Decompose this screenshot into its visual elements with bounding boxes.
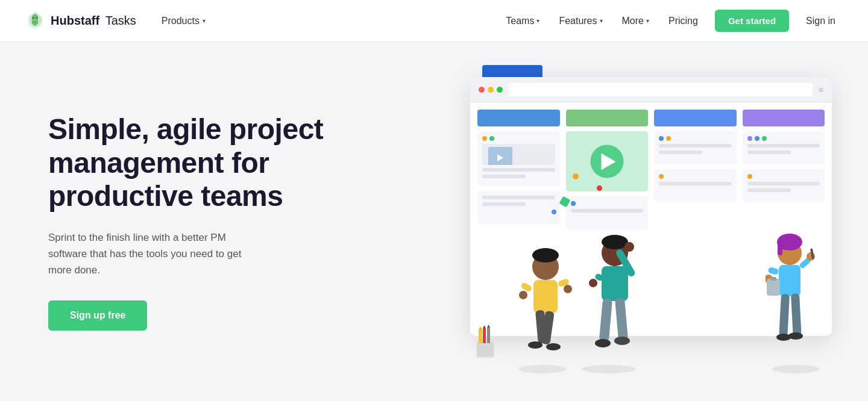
col-header-1 <box>477 110 560 126</box>
svg-point-29 <box>614 337 630 345</box>
svg-point-20 <box>602 235 628 249</box>
nav-teams[interactable]: Teams ▾ <box>497 11 548 31</box>
svg-rect-11 <box>520 282 533 293</box>
svg-rect-27 <box>615 298 628 341</box>
col-header-4 <box>743 110 825 126</box>
svg-rect-6 <box>487 328 490 343</box>
svg-rect-41 <box>779 294 790 337</box>
svg-rect-10 <box>533 280 558 313</box>
svg-rect-2 <box>479 330 482 343</box>
card-img <box>482 144 555 165</box>
hero-subtitle: Sprint to the finish line with a better … <box>48 229 265 279</box>
svg-point-18 <box>546 343 561 350</box>
svg-point-44 <box>788 332 803 340</box>
logo-area[interactable]: Hubstaff Tasks <box>24 10 136 32</box>
svg-rect-33 <box>779 265 800 296</box>
url-bar <box>509 83 813 96</box>
person-yellow-shirt <box>518 246 573 366</box>
svg-rect-26 <box>599 299 612 341</box>
shadow-person3 <box>772 365 820 373</box>
svg-rect-1 <box>477 342 493 356</box>
deco-blue-dot <box>552 210 556 214</box>
board-card-8 <box>743 169 825 202</box>
person-teal-shirt <box>585 234 645 366</box>
illustration-container: ≡ <box>434 65 832 378</box>
svg-rect-42 <box>791 293 802 336</box>
nav-products[interactable]: Products ▾ <box>154 11 213 31</box>
play-button[interactable] <box>590 145 623 178</box>
signup-button[interactable]: Sign up free <box>48 300 147 331</box>
board-card-4 <box>566 196 649 229</box>
sign-in-link[interactable]: Sign in <box>797 11 844 31</box>
deco-orange-dot <box>573 173 579 179</box>
board-card-2 <box>477 191 560 224</box>
svg-rect-21 <box>602 266 628 301</box>
hero-content: Simple, agile project management for pro… <box>48 113 338 330</box>
svg-marker-7 <box>487 325 490 328</box>
svg-point-25 <box>589 279 597 287</box>
svg-rect-40 <box>770 277 776 281</box>
hero-illustration: ≡ <box>422 66 844 377</box>
svg-point-13 <box>519 291 527 299</box>
hubstaff-logo-icon <box>24 10 46 32</box>
menu-icon: ≡ <box>819 85 823 95</box>
dot-yellow <box>488 87 494 93</box>
logo-text: Hubstaff Tasks <box>51 14 136 28</box>
svg-rect-34 <box>767 267 779 275</box>
card-dots-4 <box>747 136 820 141</box>
svg-rect-4 <box>483 329 486 343</box>
nav-right: Teams ▾ Features ▾ More ▾ Pricing Get st… <box>497 10 844 32</box>
card-dots-2 <box>571 201 644 206</box>
svg-point-24 <box>624 242 634 252</box>
shadow-person1 <box>518 365 567 373</box>
svg-marker-5 <box>483 325 486 329</box>
get-started-button[interactable]: Get started <box>715 10 789 32</box>
teams-chevron-icon: ▾ <box>536 17 539 24</box>
svg-point-43 <box>776 334 791 341</box>
board-card-3 <box>566 131 649 191</box>
dot-green <box>497 87 503 93</box>
board-card-6 <box>654 169 737 202</box>
person-purple-hair <box>766 234 820 366</box>
window-dots <box>479 87 503 93</box>
board-card-1 <box>477 131 560 186</box>
board-card-5 <box>654 131 737 164</box>
features-chevron-icon: ▾ <box>600 17 603 24</box>
board-card-7 <box>743 131 825 164</box>
hero-title: Simple, agile project management for pro… <box>48 113 338 213</box>
play-triangle-icon <box>601 153 615 170</box>
nav-pricing[interactable]: Pricing <box>660 11 706 31</box>
pencil-cup <box>470 324 500 360</box>
card-dots <box>482 136 555 141</box>
shadow-person2 <box>582 365 636 373</box>
main-header: Hubstaff Tasks Products ▾ Teams ▾ Featur… <box>0 0 868 42</box>
svg-point-17 <box>528 341 542 349</box>
svg-rect-32 <box>778 238 782 255</box>
more-chevron-icon: ▾ <box>646 17 649 24</box>
dot-red <box>479 87 485 93</box>
board-col-3 <box>654 110 737 329</box>
nav-more[interactable]: More ▾ <box>614 11 658 31</box>
svg-point-28 <box>595 339 611 347</box>
svg-marker-3 <box>479 326 482 330</box>
deco-red-dot <box>597 185 602 191</box>
nav-features[interactable]: Features ▾ <box>550 11 611 31</box>
board-header: ≡ <box>470 77 832 102</box>
svg-rect-39 <box>767 279 780 296</box>
products-chevron-icon: ▾ <box>203 17 206 24</box>
svg-point-14 <box>564 285 572 293</box>
col-header-3 <box>654 110 737 126</box>
hero-section: Simple, agile project management for pro… <box>0 42 868 401</box>
col-header-2 <box>566 110 649 126</box>
card-dots-3 <box>659 136 732 141</box>
svg-point-9 <box>532 248 559 263</box>
